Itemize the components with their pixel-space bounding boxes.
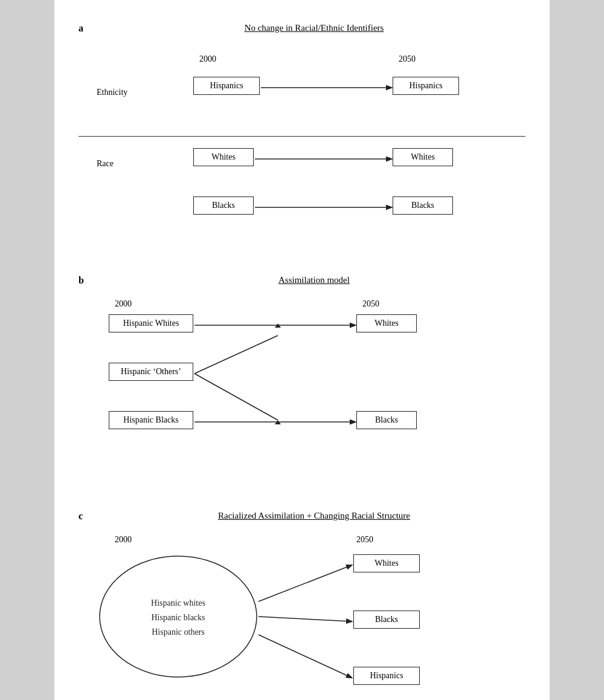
race-label: Race bbox=[97, 159, 114, 169]
svg-marker-9 bbox=[275, 323, 281, 328]
svg-line-13 bbox=[259, 617, 352, 621]
box-hispanics-2000: Hispanics bbox=[193, 77, 260, 95]
year-2000-a: 2000 bbox=[199, 54, 216, 64]
ethnicity-label: Ethnicity bbox=[97, 88, 127, 97]
year-2050-b: 2050 bbox=[362, 299, 379, 309]
section-a: a No change in Racial/Ethnic Identifiers… bbox=[79, 18, 525, 272]
box-blacks-c: Blacks bbox=[353, 611, 420, 629]
year-2000-c: 2000 bbox=[115, 535, 132, 545]
oval-svg: Hispanic whites Hispanic blacks Hispanic… bbox=[97, 550, 260, 683]
arrows-a bbox=[79, 18, 525, 272]
box-blacks-b: Blacks bbox=[356, 411, 417, 429]
section-b-title: Assimilation model bbox=[103, 275, 525, 285]
box-whites-b: Whites bbox=[356, 314, 417, 332]
svg-line-6 bbox=[194, 374, 278, 420]
year-2050-c: 2050 bbox=[356, 535, 373, 545]
box-hispanic-blacks: Hispanic Blacks bbox=[109, 411, 193, 429]
box-blacks-2050: Blacks bbox=[393, 196, 453, 215]
box-whites-c: Whites bbox=[353, 554, 420, 572]
oval-text1: Hispanic whites bbox=[151, 598, 205, 608]
section-a-title: No change in Racial/Ethnic Identifiers bbox=[103, 18, 525, 33]
year-2050-a: 2050 bbox=[399, 54, 416, 64]
oval-text3: Hispanic others bbox=[152, 627, 204, 637]
oval-text2: Hispanic blacks bbox=[151, 613, 205, 622]
section-c: c Racialized Assimilation + Changing Rac… bbox=[79, 511, 525, 700]
section-a-label: a bbox=[79, 23, 83, 34]
divider-a bbox=[79, 136, 525, 137]
section-c-title: Racialized Assimilation + Changing Racia… bbox=[103, 511, 525, 521]
box-whites-2000: Whites bbox=[193, 148, 254, 166]
svg-line-14 bbox=[259, 635, 352, 678]
box-whites-2050: Whites bbox=[393, 148, 453, 166]
box-hispanic-whites: Hispanic Whites bbox=[109, 314, 193, 332]
box-hispanics-c: Hispanics bbox=[353, 667, 420, 685]
section-c-label: c bbox=[79, 511, 83, 522]
svg-line-4 bbox=[194, 335, 278, 374]
svg-line-12 bbox=[259, 565, 352, 601]
section-b: b Assimilation model 2000 2050 Hispanic … bbox=[79, 275, 525, 505]
box-hispanics-2050: Hispanics bbox=[393, 77, 459, 95]
box-hispanic-others: Hispanic ‘Others’ bbox=[109, 363, 193, 381]
page: a No change in Racial/Ethnic Identifiers… bbox=[54, 0, 550, 700]
svg-marker-10 bbox=[275, 420, 281, 424]
section-b-label: b bbox=[79, 275, 84, 286]
arrows-b bbox=[79, 275, 525, 505]
year-2000-b: 2000 bbox=[115, 299, 132, 309]
box-blacks-2000: Blacks bbox=[193, 196, 254, 215]
